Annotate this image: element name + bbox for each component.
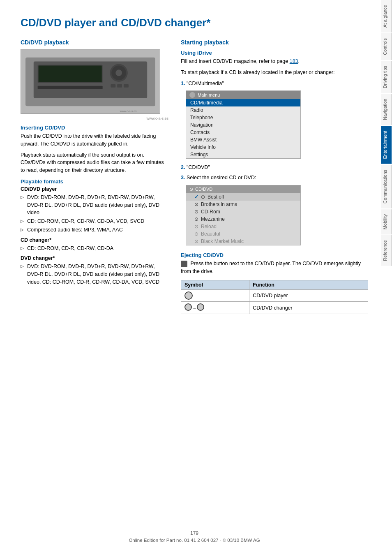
cd-menu-header: ⊙ CD/DVD — [186, 185, 300, 193]
left-column: CD/DVD playback — [21, 39, 168, 314]
cd-item-reload[interactable]: ⊙ Reload — [186, 223, 300, 230]
inserting-text1: Push the CD/DVD into the drive with the … — [21, 132, 168, 148]
menu-item-telephone[interactable]: Telephone — [186, 114, 300, 121]
image-label: www.c-a-s.es — [21, 116, 168, 120]
idrive-text2: To start playback if a CD is already loc… — [181, 69, 368, 76]
bullet-cd-changer: CD: CD-ROM, CD-R, CD-RW, CD-DA — [21, 245, 168, 252]
svg-rect-9 — [111, 84, 115, 88]
playable-heading: Playable formats — [21, 178, 168, 185]
page-footer: 179 Online Edition for Part no. 01 41 2 … — [21, 530, 368, 543]
bullet-cd-player: CD: CD-ROM, CD-R, CD-RW, CD-DA, VCD, SVC… — [21, 217, 168, 225]
page-number: 179 — [21, 530, 368, 536]
symbol-disc-changer: ... — [181, 302, 249, 314]
cd-item-icon: ⊙ — [201, 194, 205, 200]
sidebar-tab-controls[interactable]: Controls — [381, 33, 392, 60]
sidebar-tab-driving-tips[interactable]: Driving tips — [381, 61, 392, 93]
cd-item-bestoff[interactable]: ✓ ⊙ Best off — [186, 193, 300, 201]
svg-text:www.c-a-s.es: www.c-a-s.es — [119, 110, 137, 113]
starting-heading: Starting playback — [181, 39, 368, 46]
ejecting-section: Ejecting CD/DVD Press the button next to… — [181, 252, 368, 275]
svg-rect-4 — [39, 66, 102, 82]
menu-item-cdmultimedia[interactable]: CD/Multimedia — [186, 99, 300, 106]
symbol-disc — [181, 290, 249, 302]
menu-item-contacts[interactable]: Contacts — [186, 129, 300, 136]
sidebar-tab-reference[interactable]: Reference — [381, 235, 392, 266]
sidebar-tab-entertainment[interactable]: Entertainment — [381, 126, 392, 164]
page-container: CD/DVD player and CD/DVD changer* CD/DVD… — [0, 0, 392, 555]
ejecting-heading: Ejecting CD/DVD — [181, 252, 368, 258]
step-2: 2. "CD/DVD" — [181, 164, 368, 171]
menu-header-icon — [189, 92, 195, 98]
idrive-text1: Fill and insert CD/DVD magazine, refer t… — [181, 58, 368, 65]
page-ref-link[interactable]: 183 — [290, 58, 298, 64]
function-cdvdv-player: CD/DVD player — [249, 290, 368, 302]
table-header-function: Function — [249, 280, 368, 290]
symbol-table: Symbol Function CD/DVD player — [181, 280, 368, 314]
cd-player-image: www.c-a-s.es — [21, 49, 160, 114]
eject-icon — [181, 261, 187, 267]
cd-menu-icon: ⊙ — [189, 187, 193, 192]
sidebar-tab-at-a-glance[interactable]: At a glance — [381, 0, 392, 32]
dvd-changer-label: DVD changer* — [21, 255, 168, 261]
bullet-dvd-player: DVD: DVD-ROM, DVD-R, DVD+R, DVD-RW, DVD+… — [21, 194, 168, 217]
sidebar-tabs: At a glance Controls Driving tips Naviga… — [380, 0, 392, 555]
page-title: CD/DVD player and CD/DVD changer* — [21, 16, 368, 29]
columns: CD/DVD playback — [21, 39, 368, 314]
cd-item-cdrom[interactable]: ⊙ CD-Rom — [186, 208, 300, 215]
svg-rect-5 — [38, 86, 103, 89]
ejecting-text: Press the button next to the CD/DVD play… — [181, 260, 368, 275]
step-3: 3. Select the desired CD or DVD: — [181, 174, 368, 182]
cd-item-brothers[interactable]: ⊙ Brothers in arms — [186, 201, 300, 208]
menu-item-vehicleinfo[interactable]: Vehicle Info — [186, 143, 300, 151]
bullet-compressed-player: Compressed audio files: MP3, WMA, AAC — [21, 226, 168, 234]
sidebar-tab-navigation[interactable]: Navigation — [381, 94, 392, 125]
table-row: ... CD/DVD changer — [181, 302, 368, 314]
cd-item-icon-2: ⊙ — [194, 201, 198, 207]
cd-item-icon-4: ⊙ — [194, 216, 198, 222]
main-content: CD/DVD player and CD/DVD changer* CD/DVD… — [0, 0, 380, 555]
step-1: 1. "CD/Multimedia" — [181, 80, 368, 88]
cd-menu-box: ⊙ CD/DVD ✓ ⊙ Best off ⊙ Brothers in arms — [186, 185, 301, 245]
cd-item-blackmarket[interactable]: ⊙ Black Market Music — [186, 238, 300, 245]
inserting-text2: Playback starts automatically if the sou… — [21, 151, 168, 174]
cd-item-icon-7: ⊙ — [194, 238, 198, 244]
svg-rect-11 — [124, 84, 129, 88]
cd-item-icon-5: ⊙ — [194, 224, 198, 229]
menu-item-settings[interactable]: Settings — [186, 151, 300, 158]
main-menu-header: Main menu — [186, 91, 300, 99]
svg-rect-10 — [117, 84, 122, 88]
cdvdv-player-label: CD/DVD player — [21, 186, 168, 192]
cd-item-icon-6: ⊙ — [194, 231, 198, 237]
player-bullets: DVD: DVD-ROM, DVD-R, DVD+R, DVD-RW, DVD+… — [21, 194, 168, 234]
menu-item-radio[interactable]: Radio — [186, 106, 300, 114]
right-column: Starting playback Using iDrive Fill and … — [181, 39, 368, 314]
table-header-symbol: Symbol — [181, 280, 249, 290]
cdvdv-playback-heading: CD/DVD playback — [21, 39, 168, 46]
menu-item-bmwassist[interactable]: BMW Assist — [186, 136, 300, 143]
sidebar-tab-communications[interactable]: Communications — [381, 165, 392, 208]
cd-item-icon-3: ⊙ — [194, 209, 198, 215]
function-cdvdv-changer: CD/DVD changer — [249, 302, 368, 314]
inserting-heading: Inserting CD/DVD — [21, 125, 168, 131]
cd-item-mezzanine[interactable]: ⊙ Mezzanine — [186, 215, 300, 223]
bullet-dvd-changer: DVD: DVD-ROM, DVD-R, DVD+R, DVD-RW, DVD+… — [21, 263, 168, 286]
menu-item-navigation[interactable]: Navigation — [186, 121, 300, 129]
sidebar-tab-mobility[interactable]: Mobility — [381, 209, 392, 234]
cd-changer-label: CD changer* — [21, 237, 168, 243]
table-row: CD/DVD player — [181, 290, 368, 302]
using-idrive-heading: Using iDrive — [181, 50, 368, 56]
footer-text: Online Edition for Part no. 01 41 2 604 … — [21, 538, 368, 543]
dvd-changer-bullets: DVD: DVD-ROM, DVD-R, DVD+R, DVD-RW, DVD+… — [21, 263, 168, 286]
main-menu-box: Main menu CD/Multimedia Radio Telephone … — [186, 90, 301, 159]
svg-point-8 — [115, 70, 122, 76]
changer-bullets: CD: CD-ROM, CD-R, CD-RW, CD-DA — [21, 245, 168, 252]
cd-item-beautiful[interactable]: ⊙ Beautiful — [186, 230, 300, 238]
